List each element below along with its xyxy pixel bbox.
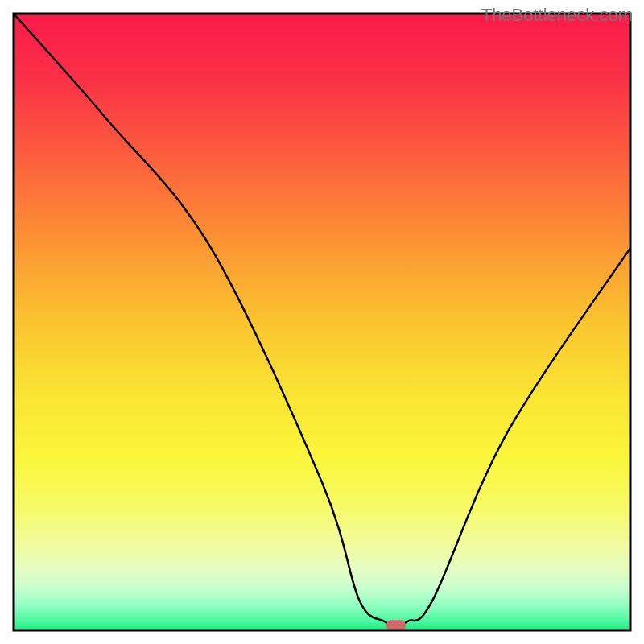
bottleneck-chart: [0, 0, 644, 644]
watermark-text: TheBottleneck.com: [481, 5, 633, 26]
chart-container: TheBottleneck.com: [0, 0, 644, 644]
plot-background: [14, 14, 630, 630]
optimal-marker: [386, 620, 406, 630]
